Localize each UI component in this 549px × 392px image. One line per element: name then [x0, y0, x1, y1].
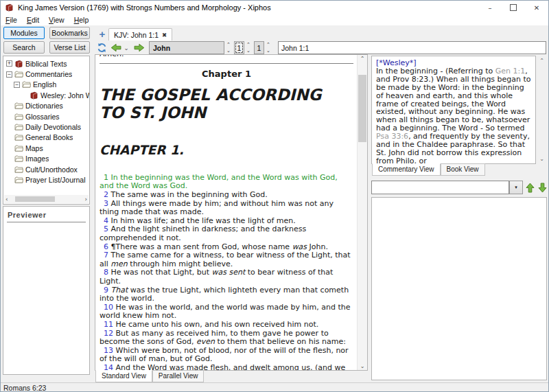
bible-scrollbar[interactable]: ⌃ ⌄ [357, 55, 367, 370]
folder-icon [14, 123, 23, 131]
reference-input[interactable] [278, 41, 546, 54]
tab-standard-view[interactable]: Standard View [95, 370, 152, 382]
tree-item-wesley-john-wesley-s-notes[interactable]: Wesley: John Wesley's Notes [3, 90, 89, 100]
menu-edit[interactable]: Edit [22, 16, 44, 24]
verse-14: 14 And the Word was made flesh, and dwel… [100, 364, 353, 370]
tree-item-images[interactable]: Images [3, 154, 89, 164]
menu-view[interactable]: View [44, 16, 69, 24]
verse-number[interactable]: 8 [104, 268, 108, 277]
verse-number[interactable]: 4 [104, 216, 108, 225]
tree-horizontal-scrollbar[interactable]: ‹ › [4, 195, 89, 203]
tree-item-label: Dictionaries [25, 102, 63, 110]
module-tree: +Biblical Texts−Commentaries−EnglishWesl… [3, 56, 89, 185]
verse-spinbox[interactable]: 1 [254, 41, 264, 54]
lookup-dropdown-button[interactable]: ▾ [509, 181, 523, 194]
tree-item-glossaries[interactable]: Glossaries [3, 111, 89, 122]
expand-icon[interactable]: + [6, 60, 12, 67]
scroll-thumb[interactable] [358, 75, 366, 142]
tree-item-dictionaries[interactable]: Dictionaries [3, 101, 89, 111]
scroll-left-icon[interactable]: ‹ [4, 196, 10, 203]
verse-number[interactable]: 5 [104, 224, 108, 233]
tab-kjv-john[interactable]: KJV: John 1:1 ✖ [108, 28, 172, 41]
module-tree-panel: +Biblical Texts−Commentaries−EnglishWesl… [3, 56, 90, 205]
refresh-button[interactable] [96, 43, 108, 53]
spin-down-icon[interactable]: ⌄ [245, 49, 252, 53]
nav-up-button[interactable] [525, 181, 535, 194]
verse-number[interactable]: 2 [104, 190, 108, 199]
spin-up-icon[interactable]: ⌃ [265, 43, 272, 47]
verse-number[interactable]: 14 [104, 363, 113, 370]
verse-9: 9 That was the true Light, which lightet… [100, 286, 353, 303]
verse-spinner: ⌃ ⌄ [265, 41, 272, 54]
commentary-pane[interactable]: [*Wesley*] In the beginning - (Referring… [371, 56, 536, 164]
tab-close-icon[interactable]: ✖ [162, 32, 167, 38]
book-title: THE GOSPEL ACCORDING TO ST. JOHN [100, 86, 344, 122]
commentary-scrollbar[interactable]: ⌃ ⌄ [537, 57, 546, 163]
tree-item-commentaries[interactable]: −Commentaries [3, 69, 89, 79]
menu-help[interactable]: Help [69, 16, 94, 24]
scroll-down-icon[interactable]: ⌄ [537, 155, 546, 163]
maximize-button[interactable] [502, 1, 525, 14]
tab-label: KJV: John 1:1 [114, 31, 159, 39]
collapse-icon[interactable]: − [6, 71, 12, 78]
scroll-right-icon[interactable]: › [83, 196, 89, 203]
tab-parallel-view[interactable]: Parallel View [152, 370, 205, 382]
new-tab-button[interactable]: + [97, 29, 107, 39]
tree-item-cult-unorthodox[interactable]: Cult/Unorthodox [3, 164, 89, 174]
tree-item-label: Prayer List/Journal [25, 176, 86, 184]
dictionary-pane[interactable] [371, 197, 547, 380]
collapse-icon[interactable]: − [14, 82, 20, 88]
spin-down-icon[interactable]: ⌄ [225, 49, 232, 53]
nav-down-button[interactable] [537, 181, 548, 194]
verse-number[interactable]: 9 [104, 286, 108, 295]
horizontal-scroll-thumb[interactable] [15, 196, 55, 202]
bookmarks-button[interactable]: Bookmarks [49, 27, 90, 39]
search-button[interactable]: Search [3, 41, 45, 54]
bible-pane[interactable]: Amen. Chapter 1 THE GOSPEL ACCORDING TO … [95, 54, 368, 371]
spin-up-icon[interactable]: ⌃ [225, 43, 232, 47]
bible-text[interactable]: Amen. Chapter 1 THE GOSPEL ACCORDING TO … [95, 55, 358, 370]
verse-list-button-label: Verse List [54, 43, 85, 51]
tree-item-general-books[interactable]: General Books [3, 132, 89, 143]
tree-item-label: General Books [25, 133, 73, 141]
forward-button[interactable] [133, 43, 145, 53]
plus-icon: + [100, 30, 106, 39]
close-button[interactable]: ✕ [525, 1, 548, 14]
tab-commentary-view[interactable]: Commentary View [372, 163, 441, 176]
verse-list-button[interactable]: Verse List [49, 41, 90, 54]
previewer-panel: Previewer [3, 206, 90, 375]
tree-item-label: Images [25, 154, 49, 163]
back-button[interactable] [110, 43, 121, 53]
chevron-down-icon: ⌄ [124, 45, 129, 51]
verse-number[interactable]: 11 [104, 320, 113, 329]
book-combo[interactable]: John [149, 41, 224, 54]
spin-up-icon[interactable]: ⌃ [245, 43, 252, 47]
tree-item-maps[interactable]: Maps [3, 143, 89, 153]
chapter-spinbox[interactable]: 1 [234, 41, 244, 54]
tree-item-daily-devotionals[interactable]: Daily Devotionals [3, 122, 89, 132]
modules-button[interactable]: Modules [3, 27, 45, 39]
scroll-up-icon[interactable]: ⌃ [537, 57, 546, 65]
history-dropdown-button[interactable]: ⌄ [123, 44, 130, 52]
scroll-up-icon[interactable]: ⌃ [358, 55, 367, 62]
verse-number[interactable]: 1 [104, 173, 108, 182]
scroll-down-icon[interactable]: ⌄ [358, 362, 367, 370]
menu-file[interactable]: File [1, 16, 22, 24]
tree-item-biblical-texts[interactable]: +Biblical Texts [3, 58, 89, 69]
refresh-icon [97, 43, 107, 53]
verse-number[interactable]: 3 [104, 199, 108, 208]
tree-item-english[interactable]: −English [3, 80, 89, 90]
lookup-input[interactable] [371, 181, 509, 194]
verse-number[interactable]: 12 [104, 329, 113, 338]
verse-number[interactable]: 6 [104, 242, 108, 251]
tab-book-view[interactable]: Book View [441, 163, 485, 176]
tree-item-prayer-list-journal[interactable]: Prayer List/Journal [3, 174, 89, 185]
verse-number[interactable]: 13 [104, 346, 113, 355]
verse-number[interactable]: 10 [104, 303, 113, 312]
verse-3: 3 All things were made by him; and witho… [100, 200, 353, 217]
status-text: Romans 6:23 [3, 384, 46, 392]
spin-down-icon[interactable]: ⌄ [265, 49, 272, 53]
minimize-button[interactable]: – [478, 1, 502, 14]
verse-number[interactable]: 7 [104, 251, 108, 260]
verse-13: 13 Which were born, not of blood, nor of… [100, 347, 353, 364]
